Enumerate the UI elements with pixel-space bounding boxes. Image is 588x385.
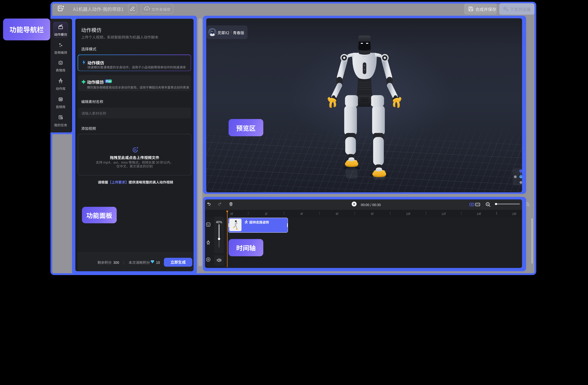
svg-text:Y: Y [520,175,522,178]
svg-text:Z: Z [520,169,522,172]
